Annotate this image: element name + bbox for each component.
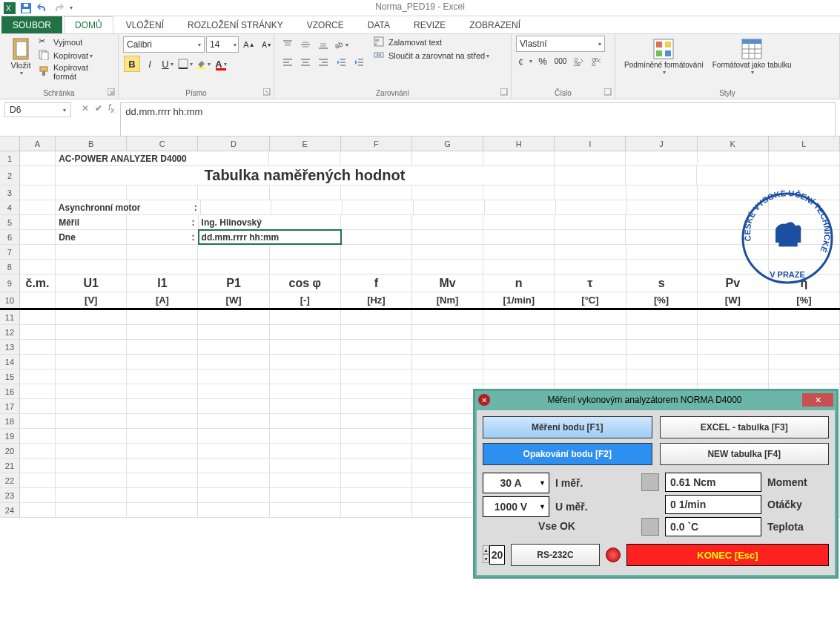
cell[interactable] (198, 384, 269, 398)
cell[interactable]: [W] (698, 292, 769, 308)
cell[interactable] (127, 355, 198, 369)
cell[interactable]: n (483, 275, 555, 292)
cell[interactable] (20, 151, 56, 165)
cell[interactable] (20, 215, 56, 229)
cell[interactable] (56, 325, 127, 339)
dialog-launcher-icon[interactable] (500, 88, 509, 97)
tab-pagelayout[interactable]: ROZLOŽENÍ STRÁNKY (176, 16, 294, 33)
col-header[interactable]: I (555, 137, 626, 151)
cell[interactable] (56, 414, 127, 428)
cell[interactable] (483, 185, 555, 200)
conditional-formatting-button[interactable]: Podmíněné formátování ▾ (620, 36, 708, 77)
col-header[interactable]: K (698, 137, 769, 151)
cell[interactable] (555, 245, 626, 259)
cell[interactable] (56, 444, 127, 458)
cell[interactable] (343, 200, 414, 214)
cell[interactable] (198, 310, 269, 324)
cell[interactable] (270, 399, 341, 413)
cell[interactable] (20, 292, 56, 308)
cell[interactable] (341, 369, 412, 384)
cell[interactable] (198, 429, 269, 443)
align-left-icon[interactable] (280, 54, 296, 70)
cell[interactable] (626, 340, 698, 354)
cell[interactable]: Dne (56, 230, 127, 244)
row-header[interactable]: 23 (0, 488, 20, 502)
col-header[interactable]: B (56, 137, 127, 151)
cell[interactable] (555, 325, 626, 339)
cell[interactable] (198, 355, 269, 369)
cell[interactable] (483, 215, 555, 229)
cell[interactable] (20, 166, 56, 185)
cell[interactable] (201, 200, 272, 214)
format-painter-button[interactable]: Kopírovat formát (39, 62, 113, 82)
cell[interactable] (270, 355, 341, 369)
cell[interactable] (626, 260, 698, 274)
cell[interactable] (56, 458, 127, 473)
cell[interactable] (20, 399, 56, 413)
col-header[interactable]: G (412, 137, 483, 151)
row-header[interactable]: 19 (0, 429, 20, 443)
cell[interactable] (271, 200, 343, 214)
row-header[interactable]: 9 (0, 275, 20, 292)
cell[interactable] (341, 429, 412, 443)
cell[interactable] (270, 414, 341, 428)
cell[interactable] (698, 310, 769, 324)
cell[interactable] (341, 185, 412, 200)
cell[interactable] (127, 399, 198, 413)
cell[interactable] (20, 473, 56, 487)
cell[interactable] (626, 369, 698, 384)
merge-center-button[interactable]: Sloučit a zarovnat na střed ▾ (374, 49, 489, 62)
cell[interactable] (270, 325, 341, 339)
col-header[interactable]: J (626, 137, 697, 151)
cell[interactable]: [Hz] (341, 292, 412, 308)
cell[interactable] (769, 369, 840, 384)
row-header[interactable]: 5 (0, 215, 20, 229)
row-header[interactable]: 18 (0, 414, 20, 428)
cell[interactable] (626, 310, 698, 324)
cell[interactable] (483, 230, 555, 244)
cell[interactable]: τ (555, 275, 626, 292)
increase-font-icon[interactable]: A▲ (241, 36, 257, 53)
col-header[interactable]: E (270, 137, 341, 151)
cell[interactable] (56, 340, 127, 354)
cell[interactable] (127, 473, 198, 487)
cell[interactable]: [-] (270, 292, 341, 308)
cell[interactable] (198, 414, 269, 428)
cell[interactable] (341, 340, 412, 354)
cell[interactable] (198, 185, 269, 200)
cell[interactable] (127, 185, 198, 200)
cell[interactable] (483, 340, 555, 354)
cell[interactable]: s (626, 275, 698, 292)
cell[interactable]: č.m. (20, 275, 56, 292)
cell[interactable]: [°C] (555, 292, 626, 308)
cell[interactable] (698, 340, 769, 354)
cell[interactable] (20, 185, 56, 200)
cell[interactable] (20, 230, 56, 244)
cell[interactable] (412, 230, 483, 244)
format-as-table-button[interactable]: Formátovat jako tabulku ▾ (708, 36, 796, 77)
tab-formulas[interactable]: VZORCE (296, 16, 355, 33)
increase-indent-icon[interactable] (351, 54, 367, 70)
cell[interactable] (127, 325, 198, 339)
cell[interactable] (341, 215, 412, 229)
wrap-text-button[interactable]: abc Zalamovat text (374, 36, 489, 49)
cell[interactable]: cos φ (270, 275, 341, 292)
tab-file[interactable]: SOUBOR (1, 16, 62, 33)
cell[interactable] (697, 166, 768, 185)
align-bottom-icon[interactable] (315, 36, 331, 53)
cell[interactable] (341, 384, 412, 398)
dialog-launcher-icon[interactable] (108, 88, 116, 97)
cell[interactable] (626, 230, 697, 244)
bold-button[interactable]: B (124, 56, 140, 72)
cell[interactable] (556, 200, 627, 214)
cell[interactable] (555, 355, 626, 369)
close-button[interactable]: ✕ (802, 393, 833, 407)
cell[interactable] (20, 310, 56, 324)
cell[interactable] (412, 185, 483, 200)
fx-icon[interactable]: fx (108, 102, 114, 114)
cell[interactable] (626, 355, 698, 369)
border-button[interactable]: ▾ (177, 56, 194, 72)
cell[interactable] (270, 488, 341, 502)
cell[interactable] (483, 260, 555, 274)
cell[interactable] (56, 429, 127, 443)
